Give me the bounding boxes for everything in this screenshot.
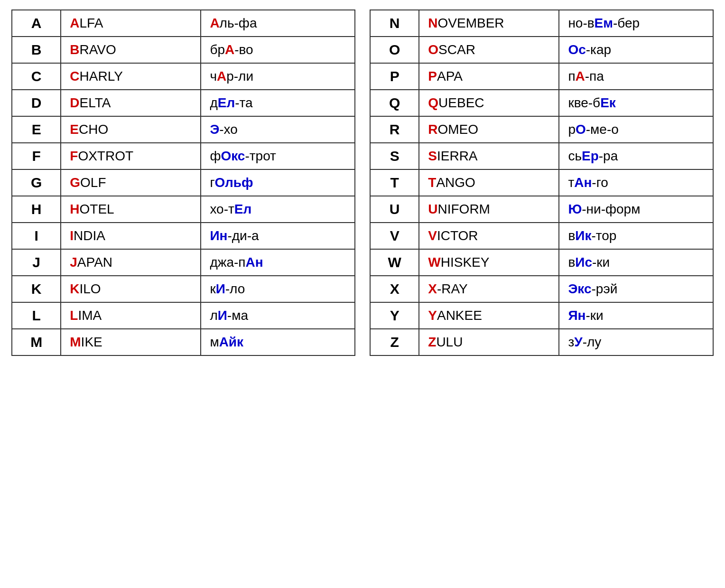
phonetic-cell: вИс-ки xyxy=(559,249,713,276)
phonetic-cell: фОкс-трот xyxy=(201,143,355,169)
letter-cell: N xyxy=(370,10,419,37)
nato-cell: TANGO xyxy=(419,169,559,196)
phonetic-cell: дЕл-та xyxy=(201,90,355,116)
table-row: JJAPANджа-пАн xyxy=(12,249,355,276)
phonetic-cell: брА-во xyxy=(201,37,355,63)
phonetic-cell: Э-хо xyxy=(201,116,355,143)
nato-cell: ZULU xyxy=(419,329,559,355)
table-row: VVICTORвИк-тор xyxy=(370,223,713,249)
letter-cell: M xyxy=(12,329,61,355)
phonetic-cell: Аль-фа xyxy=(201,10,355,37)
letter-cell: D xyxy=(12,90,61,116)
table-row: BBRAVOбрА-во xyxy=(12,37,355,63)
phonetic-cell: пА-па xyxy=(559,63,713,90)
letter-cell: K xyxy=(12,276,61,302)
nato-cell: MIKE xyxy=(61,329,201,355)
phonetic-cell: Ос-кар xyxy=(559,37,713,63)
nato-cell: YANKEE xyxy=(419,302,559,329)
letter-cell: P xyxy=(370,63,419,90)
nato-cell: UNIFORM xyxy=(419,196,559,223)
table-row: XX-RAYЭкс-рэй xyxy=(370,276,713,302)
nato-cell: ECHO xyxy=(61,116,201,143)
table-row: UUNIFORMЮ-ни-форм xyxy=(370,196,713,223)
letter-cell: V xyxy=(370,223,419,249)
table-row: WWHISKEYвИс-ки xyxy=(370,249,713,276)
table-row: RROMEOрО-ме-о xyxy=(370,116,713,143)
nato-cell: ROMEO xyxy=(419,116,559,143)
phonetic-cell: вИк-тор xyxy=(559,223,713,249)
phonetic-cell: джа-пАн xyxy=(201,249,355,276)
phonetic-cell: кИ-ло xyxy=(201,276,355,302)
table-row: QQUEBECкве-бЕк xyxy=(370,90,713,116)
letter-cell: J xyxy=(12,249,61,276)
table-row: IINDIAИн-ди-а xyxy=(12,223,355,249)
letter-cell: F xyxy=(12,143,61,169)
table-row: TTANGOтАн-го xyxy=(370,169,713,196)
phonetic-cell: Экс-рэй xyxy=(559,276,713,302)
nato-cell: GOLF xyxy=(61,169,201,196)
letter-cell: B xyxy=(12,37,61,63)
table-row: NNOVEMBERно-вЕм-бер xyxy=(370,10,713,37)
phonetic-cell: Ян-ки xyxy=(559,302,713,329)
phonetic-cell: кве-бЕк xyxy=(559,90,713,116)
letter-cell: S xyxy=(370,143,419,169)
phonetic-cell: гОльф xyxy=(201,169,355,196)
phonetic-cell: хо-тЕл xyxy=(201,196,355,223)
letter-cell: Y xyxy=(370,302,419,329)
table-row: SSIERRAсьЕр-ра xyxy=(370,143,713,169)
letter-cell: L xyxy=(12,302,61,329)
letter-cell: Q xyxy=(370,90,419,116)
table-row: OOSCARОс-кар xyxy=(370,37,713,63)
phonetic-cell: Ин-ди-а xyxy=(201,223,355,249)
letter-cell: Z xyxy=(370,329,419,355)
phonetic-cell: рО-ме-о xyxy=(559,116,713,143)
nato-cell: HOTEL xyxy=(61,196,201,223)
right-table: NNOVEMBERно-вЕм-берOOSCARОс-карPPAPAпА-п… xyxy=(370,9,714,356)
table-row: KKILOкИ-ло xyxy=(12,276,355,302)
phonetic-cell: сьЕр-ра xyxy=(559,143,713,169)
table-row: EECHOЭ-хо xyxy=(12,116,355,143)
table-row: ZZULUзУ-лу xyxy=(370,329,713,355)
letter-cell: A xyxy=(12,10,61,37)
nato-cell: KILO xyxy=(61,276,201,302)
table-row: DDELTAдЕл-та xyxy=(12,90,355,116)
nato-cell: PAPA xyxy=(419,63,559,90)
letter-cell: T xyxy=(370,169,419,196)
nato-cell: QUEBEC xyxy=(419,90,559,116)
nato-cell: LIMA xyxy=(61,302,201,329)
nato-cell: INDIA xyxy=(61,223,201,249)
page-container: AALFAАль-фаBBRAVOбрА-воCCHARLYчАр-лиDDEL… xyxy=(11,9,714,356)
letter-cell: O xyxy=(370,37,419,63)
nato-cell: BRAVO xyxy=(61,37,201,63)
table-row: FFOXTROTфОкс-трот xyxy=(12,143,355,169)
nato-cell: SIERRA xyxy=(419,143,559,169)
table-row: YYANKEEЯн-ки xyxy=(370,302,713,329)
letter-cell: C xyxy=(12,63,61,90)
table-row: HHOTELхо-тЕл xyxy=(12,196,355,223)
table-row: CCHARLYчАр-ли xyxy=(12,63,355,90)
nato-cell: ALFA xyxy=(61,10,201,37)
phonetic-cell: чАр-ли xyxy=(201,63,355,90)
phonetic-cell: лИ-ма xyxy=(201,302,355,329)
table-row: AALFAАль-фа xyxy=(12,10,355,37)
left-table: AALFAАль-фаBBRAVOбрА-воCCHARLYчАр-лиDDEL… xyxy=(11,9,355,356)
letter-cell: I xyxy=(12,223,61,249)
letter-cell: E xyxy=(12,116,61,143)
nato-cell: VICTOR xyxy=(419,223,559,249)
phonetic-cell: Ю-ни-форм xyxy=(559,196,713,223)
letter-cell: H xyxy=(12,196,61,223)
nato-cell: X-RAY xyxy=(419,276,559,302)
table-row: LLIMAлИ-ма xyxy=(12,302,355,329)
table-row: PPAPAпА-па xyxy=(370,63,713,90)
nato-cell: DELTA xyxy=(61,90,201,116)
nato-cell: WHISKEY xyxy=(419,249,559,276)
letter-cell: W xyxy=(370,249,419,276)
letter-cell: R xyxy=(370,116,419,143)
nato-cell: OSCAR xyxy=(419,37,559,63)
nato-cell: FOXTROT xyxy=(61,143,201,169)
phonetic-cell: мАйк xyxy=(201,329,355,355)
phonetic-cell: но-вЕм-бер xyxy=(559,10,713,37)
table-row: GGOLFгОльф xyxy=(12,169,355,196)
phonetic-cell: зУ-лу xyxy=(559,329,713,355)
letter-cell: X xyxy=(370,276,419,302)
